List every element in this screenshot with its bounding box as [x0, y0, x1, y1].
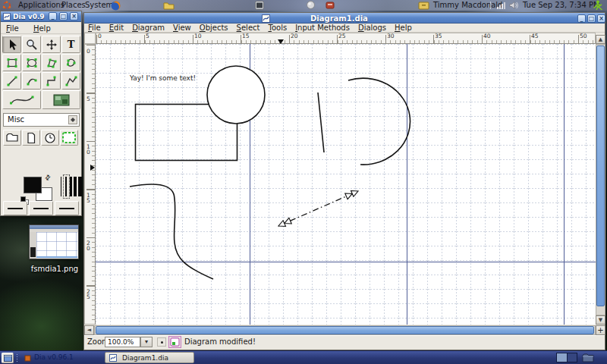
- panel-user-menu[interactable]: Timmy Macdonald: [433, 1, 502, 10]
- foreground-color-swatch[interactable]: [24, 177, 42, 193]
- tool-zigzagline-button[interactable]: [42, 72, 61, 89]
- line-style-glyph: [33, 208, 49, 209]
- task-item-diagram1[interactable]: Diagram1.dia: [105, 352, 194, 363]
- hruler-label: 40: [483, 33, 491, 39]
- shape-selected-button[interactable]: [60, 130, 78, 146]
- vscroll-up-button[interactable]: ▲: [596, 35, 605, 44]
- shape-folder-button[interactable]: [3, 130, 21, 146]
- tool-polygon-button[interactable]: [42, 54, 61, 71]
- tray-app-icon-2[interactable]: [326, 1, 335, 10]
- menu-tools[interactable]: Tools: [267, 24, 288, 32]
- zoom-dropdown-button[interactable]: ▾: [140, 337, 153, 347]
- desktop-icon-label[interactable]: fsmdia1.png: [18, 265, 91, 273]
- canvas-text-object[interactable]: Yay! I'm some text!: [129, 74, 196, 82]
- menu-file[interactable]: File: [87, 24, 102, 32]
- tool-scroll-button[interactable]: [42, 36, 61, 53]
- window-maximize-button[interactable]: □: [587, 14, 596, 23]
- show-desktop-button[interactable]: [2, 353, 14, 363]
- horizontal-scrollbar[interactable]: [94, 325, 596, 335]
- swap-colors-icon[interactable]: ⇄: [43, 173, 52, 182]
- diagram-titlebar[interactable]: Diagram1.dia _ □ ×: [84, 13, 605, 24]
- panel-menu-applications[interactable]: Applications: [18, 1, 64, 10]
- grid-toggle-button[interactable]: [168, 336, 181, 348]
- linewidth-5[interactable]: [78, 177, 82, 196]
- tool-polyline-button[interactable]: [61, 72, 80, 89]
- firefox-launcher-icon[interactable]: [111, 1, 121, 11]
- horizontal-ruler: 0 5 10 15 20 25 30 35 40 45 50: [96, 33, 596, 44]
- shape-clock-button[interactable]: [41, 130, 59, 146]
- menu-select[interactable]: Select: [236, 24, 261, 32]
- shape-document-button[interactable]: [22, 130, 40, 146]
- tool-box-button[interactable]: [2, 54, 21, 71]
- workspace-2[interactable]: [568, 353, 577, 362]
- menu-input-methods[interactable]: Input Methods: [294, 24, 351, 32]
- snap-toggle-button[interactable]: [157, 337, 166, 347]
- drawer-icon[interactable]: [418, 2, 429, 10]
- toolbox-menu-help[interactable]: Help: [33, 23, 52, 34]
- toolbox-menu-file[interactable]: File: [5, 23, 20, 34]
- fsmdia1-thumbnail[interactable]: [29, 224, 79, 259]
- menu-diagram[interactable]: Diagram: [131, 24, 165, 32]
- workspace-switcher[interactable]: [556, 353, 577, 362]
- window-close-button[interactable]: ×: [597, 14, 605, 23]
- terminal-launcher-icon[interactable]: [255, 1, 264, 10]
- diagram-canvas[interactable]: Yay! I'm some text!: [96, 44, 596, 325]
- arrow-start-style-button[interactable]: [3, 201, 27, 215]
- text-tool-glyph: T: [68, 39, 75, 50]
- tool-beziergon-button[interactable]: [61, 54, 80, 71]
- task-dia-icon: [24, 355, 31, 362]
- hruler-label: 10: [194, 33, 202, 39]
- hruler-label: 30: [387, 33, 395, 39]
- panel-menu-system[interactable]: System: [85, 1, 113, 10]
- toolbox-titlebar[interactable]: Dia v0.9 _ □ ×: [1, 11, 81, 22]
- tool-line-button[interactable]: [2, 72, 21, 89]
- menu-dialogs[interactable]: Dialogs: [357, 24, 387, 32]
- linewidth-1[interactable]: [61, 177, 61, 196]
- panel-menu-places[interactable]: Places: [61, 1, 86, 10]
- workspace-1[interactable]: [557, 353, 568, 362]
- linewidth-4[interactable]: [74, 177, 77, 196]
- line-style-button[interactable]: [29, 201, 53, 215]
- vscroll-down-button[interactable]: ▼: [596, 315, 605, 325]
- hscroll-thumb[interactable]: [96, 326, 594, 334]
- task-item-dia-toolbox[interactable]: Dia v0.96.1: [24, 353, 99, 363]
- menu-objects[interactable]: Objects: [199, 24, 229, 32]
- menu-help[interactable]: Help: [394, 24, 413, 32]
- hruler-label: 50: [580, 33, 587, 39]
- canvas-ellipse-object[interactable]: [207, 66, 265, 124]
- tray-app-icon-1[interactable]: [307, 1, 315, 9]
- logout-runner-icon[interactable]: [592, 0, 603, 11]
- arrow-end-style-button[interactable]: [55, 201, 79, 215]
- hscroll-left-button[interactable]: ◄: [84, 325, 94, 335]
- panel-clock[interactable]: Tue Sep 23, 7:34 PM: [523, 1, 600, 10]
- ubuntu-logo-icon[interactable]: [2, 1, 11, 10]
- taskbar-handle[interactable]: [16, 353, 18, 362]
- zoom-combobox[interactable]: 100.0%: [105, 337, 140, 347]
- tool-magnify-button[interactable]: [22, 36, 41, 53]
- menu-view[interactable]: View: [172, 24, 192, 32]
- vscroll-thumb[interactable]: [596, 46, 605, 306]
- default-colors-black[interactable]: [20, 196, 26, 202]
- network-signal-icon[interactable]: [497, 2, 506, 9]
- sheet-selector-spin[interactable]: [68, 115, 77, 124]
- tool-ellipse-button[interactable]: [22, 54, 41, 71]
- tool-modify-button[interactable]: [2, 36, 21, 53]
- sheet-selector-combo[interactable]: Misc: [3, 113, 80, 127]
- linewidth-3[interactable]: [70, 177, 72, 196]
- tool-image-button[interactable]: [42, 90, 80, 109]
- canvas-plus-button[interactable]: +: [596, 325, 605, 335]
- tool-text-button[interactable]: T: [61, 36, 80, 53]
- vertical-scrollbar[interactable]: [596, 44, 605, 315]
- toolbox-menubar: File Help: [1, 23, 81, 34]
- tool-bezierline-button[interactable]: [2, 90, 41, 109]
- toolbox-maximize-button[interactable]: □: [59, 12, 68, 20]
- tool-arc-button[interactable]: [22, 72, 41, 89]
- toolbox-minimize-button[interactable]: _: [49, 12, 57, 20]
- volume-icon[interactable]: [509, 1, 518, 10]
- window-minimize-button[interactable]: _: [577, 14, 586, 23]
- menu-edit[interactable]: Edit: [109, 24, 124, 32]
- taskbar-folder-icon[interactable]: [582, 353, 594, 363]
- vruler-label: 5: [85, 96, 91, 101]
- toolbox-close-button[interactable]: ×: [70, 12, 78, 20]
- folder-launcher-icon[interactable]: [163, 2, 175, 10]
